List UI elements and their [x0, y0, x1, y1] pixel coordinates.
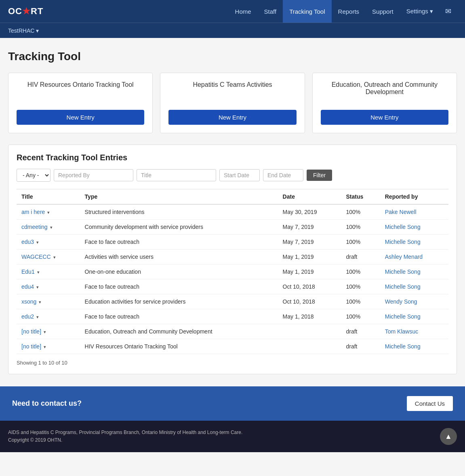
reported-by-input[interactable]: [54, 169, 133, 181]
nav-home[interactable]: Home: [229, 0, 258, 23]
row-dropdown-chevron[interactable]: ▾: [42, 329, 46, 334]
scroll-top-icon: ▲: [445, 432, 452, 441]
new-entry-button-hiv[interactable]: New Entry: [17, 110, 144, 125]
cell-status: 100%: [341, 204, 380, 220]
navbar-links: Home Staff Tracking Tool Reports Support…: [229, 0, 457, 23]
col-date: Date: [278, 189, 341, 205]
filter-button[interactable]: Filter: [307, 170, 332, 181]
recent-entries-title: Recent Tracking Tool Entries: [17, 153, 448, 162]
cell-status: 100%: [341, 294, 380, 309]
cell-type: Structured interventions: [80, 204, 278, 220]
cell-status: 100%: [341, 264, 380, 279]
table-row: Edu1 ▾One-on-one educationMay 1, 2019100…: [17, 264, 448, 279]
cell-reported-by: Michelle Song: [380, 279, 448, 294]
row-dropdown-chevron[interactable]: ▾: [36, 270, 40, 275]
reporter-link[interactable]: Michelle Song: [385, 283, 421, 290]
reporter-link[interactable]: Ashley Menard: [385, 254, 423, 260]
cell-title: edu4 ▾: [17, 279, 80, 294]
new-entry-button-education[interactable]: New Entry: [321, 110, 448, 125]
reporter-link[interactable]: Michelle Song: [385, 239, 421, 245]
brand-logo[interactable]: OC★RT: [8, 6, 43, 17]
cell-status: 100%: [341, 235, 380, 250]
col-type: Type: [80, 189, 278, 205]
row-dropdown-chevron[interactable]: ▾: [49, 225, 53, 230]
reporter-link[interactable]: Wendy Song: [385, 298, 417, 305]
cell-type: HIV Resources Ontario Tracking Tool: [80, 339, 278, 354]
cell-date: [278, 324, 341, 339]
logo-text: OC★RT: [8, 6, 43, 17]
reporter-link[interactable]: Michelle Song: [385, 224, 421, 230]
table-row: [no title] ▾Education, Outreach and Comm…: [17, 324, 448, 339]
cell-status: 100%: [341, 220, 380, 235]
cell-title: WAGCECC ▾: [17, 250, 80, 264]
cell-date: May 30, 2019: [278, 204, 341, 220]
contact-prompt: Need to contact us?: [12, 399, 82, 408]
entry-title-link[interactable]: edu2: [21, 313, 34, 320]
start-date-input[interactable]: [219, 169, 260, 181]
table-row: edu2 ▾Face to face outreachMay 1, 201810…: [17, 309, 448, 324]
table-row: edu3 ▾Face to face outreachMay 7, 201910…: [17, 235, 448, 250]
entry-title-link[interactable]: am i here: [21, 209, 45, 215]
copyright-line2: Copyright © 2019 OHTN.: [8, 436, 242, 444]
new-entry-button-hepatitis[interactable]: New Entry: [168, 110, 296, 125]
org-selector[interactable]: TestRHAC ▾: [8, 27, 39, 34]
footer-copyright: AIDS and Hepatitis C Programs, Provincia…: [8, 429, 242, 444]
entry-title-link[interactable]: WAGCECC: [21, 254, 51, 260]
entry-title-link[interactable]: [no title]: [21, 328, 41, 335]
email-icon[interactable]: ✉: [440, 0, 457, 23]
row-dropdown-chevron[interactable]: ▾: [46, 210, 50, 215]
row-dropdown-chevron[interactable]: ▾: [42, 344, 46, 349]
logo-star: ★: [22, 6, 31, 16]
nav-staff[interactable]: Staff: [258, 0, 283, 23]
card-education: Education, Outreach and Community Develo…: [312, 73, 457, 133]
reporter-link[interactable]: Pake Newell: [385, 209, 417, 215]
nav-tracking-tool[interactable]: Tracking Tool: [283, 0, 331, 23]
row-dropdown-chevron[interactable]: ▾: [52, 255, 56, 260]
footer-bottom: AIDS and Hepatitis C Programs, Provincia…: [0, 421, 465, 452]
cell-type: Face to face outreach: [80, 279, 278, 294]
cell-title: [no title] ▾: [17, 324, 80, 339]
nav-support[interactable]: Support: [366, 0, 400, 23]
subbar: TestRHAC ▾: [0, 23, 465, 38]
end-date-input[interactable]: [263, 169, 303, 181]
table-row: edu4 ▾Face to face outreachOct 10, 20181…: [17, 279, 448, 294]
cell-reported-by: Pake Newell: [380, 204, 448, 220]
nav-settings[interactable]: Settings ▾: [400, 0, 440, 23]
table-row: cdmeeting ▾Community development with se…: [17, 220, 448, 235]
entries-tbody: am i here ▾Structured interventionsMay 3…: [17, 204, 448, 354]
cards-row: HIV Resources Ontario Tracking Tool New …: [8, 73, 457, 133]
cell-title: edu2 ▾: [17, 309, 80, 324]
entry-title-link[interactable]: edu3: [21, 239, 34, 245]
entry-title-link[interactable]: xsong: [21, 298, 36, 305]
cell-status: draft: [341, 339, 380, 354]
row-dropdown-chevron[interactable]: ▾: [35, 315, 39, 319]
row-dropdown-chevron[interactable]: ▾: [38, 300, 41, 304]
row-dropdown-chevron[interactable]: ▾: [35, 240, 39, 245]
card-hepatitis: Hepatitis C Teams Activities New Entry: [160, 73, 305, 133]
nav-reports[interactable]: Reports: [332, 0, 366, 23]
navbar: OC★RT Home Staff Tracking Tool Reports S…: [0, 0, 465, 23]
entry-title-link[interactable]: edu4: [21, 283, 34, 290]
entry-title-link[interactable]: [no title]: [21, 343, 41, 350]
table-row: WAGCECC ▾Activities with service usersMa…: [17, 250, 448, 264]
cell-status: 100%: [341, 279, 380, 294]
col-status: Status: [341, 189, 380, 205]
any-filter-select[interactable]: - Any -: [17, 169, 50, 182]
cell-date: May 7, 2019: [278, 220, 341, 235]
title-input[interactable]: [137, 169, 216, 181]
reporter-link[interactable]: Michelle Song: [385, 268, 421, 275]
cell-title: am i here ▾: [17, 204, 80, 220]
col-reported-by: Reported by: [380, 189, 448, 205]
reporter-link[interactable]: Tom Klawsuc: [385, 328, 418, 335]
cell-title: [no title] ▾: [17, 339, 80, 354]
reporter-link[interactable]: Michelle Song: [385, 313, 421, 320]
reporter-link[interactable]: Michelle Song: [385, 343, 421, 350]
contact-us-button[interactable]: Contact Us: [407, 396, 453, 411]
row-dropdown-chevron[interactable]: ▾: [35, 285, 39, 289]
entry-title-link[interactable]: cdmeeting: [21, 224, 48, 230]
cell-reported-by: Michelle Song: [380, 339, 448, 354]
cell-title: xsong ▾: [17, 294, 80, 309]
cell-type: Face to face outreach: [80, 235, 278, 250]
entry-title-link[interactable]: Edu1: [21, 268, 35, 275]
scroll-top-button[interactable]: ▲: [440, 428, 457, 445]
